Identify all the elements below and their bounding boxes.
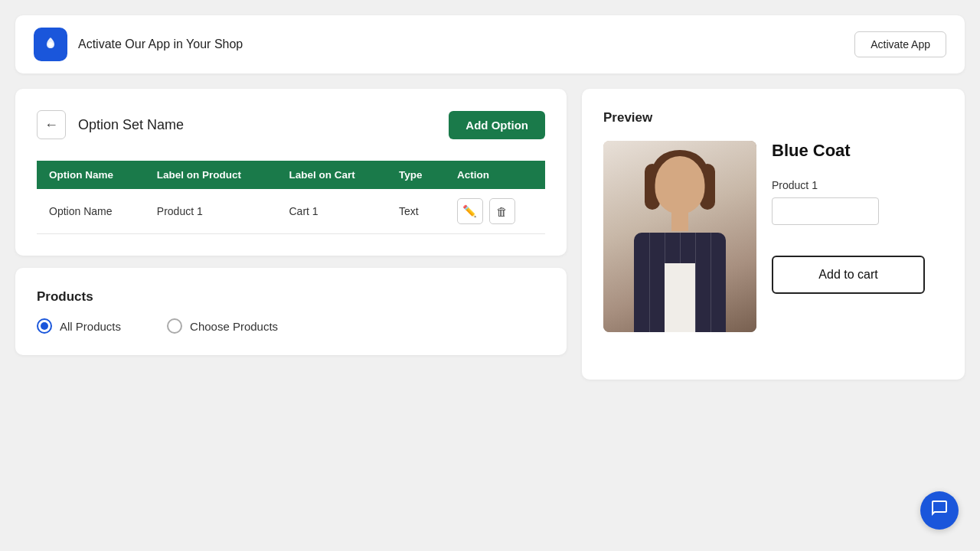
choose-products-label: Choose Products bbox=[190, 320, 278, 333]
col-option-name: Option Name bbox=[37, 161, 145, 189]
cell-type: Text bbox=[387, 189, 445, 234]
option-set-title: Option Set Name bbox=[78, 117, 184, 133]
preview-title: Preview bbox=[603, 110, 943, 126]
products-section-title: Products bbox=[37, 289, 545, 305]
product-option-input[interactable] bbox=[772, 197, 879, 225]
add-to-cart-button[interactable]: Add to cart bbox=[772, 256, 925, 294]
col-label-cart: Label on Cart bbox=[276, 161, 387, 189]
svg-point-0 bbox=[48, 42, 53, 47]
col-label-product: Label on Product bbox=[145, 161, 277, 189]
options-table: Option Name Label on Product Label on Ca… bbox=[37, 161, 545, 234]
option-set-card: ← Option Set Name Add Option Option Name… bbox=[15, 89, 567, 256]
person-neck bbox=[671, 208, 688, 231]
product-name: Blue Coat bbox=[772, 141, 943, 161]
chat-bubble[interactable] bbox=[920, 491, 959, 530]
back-arrow-icon: ← bbox=[44, 117, 58, 133]
action-icons: ✏️ 🗑 bbox=[457, 198, 533, 224]
main-layout: ← Option Set Name Add Option Option Name… bbox=[15, 89, 965, 380]
left-panel: ← Option Set Name Add Option Option Name… bbox=[15, 89, 567, 355]
table-body: Option Name Product 1 Cart 1 Text ✏️ 🗑 bbox=[37, 189, 545, 234]
cell-action: ✏️ 🗑 bbox=[445, 189, 545, 234]
products-card: Products All Products Choose Products bbox=[15, 268, 567, 355]
preview-panel: Preview bbox=[582, 89, 965, 380]
person-shirt bbox=[665, 263, 695, 332]
table-row: Option Name Product 1 Cart 1 Text ✏️ 🗑 bbox=[37, 189, 545, 234]
products-radio-group: All Products Choose Products bbox=[37, 318, 545, 334]
preview-content: Blue Coat Product 1 Add to cart bbox=[603, 141, 943, 332]
delete-button[interactable]: 🗑 bbox=[489, 198, 515, 224]
all-products-label: All Products bbox=[60, 320, 121, 333]
photo-background bbox=[603, 141, 756, 332]
person-head bbox=[655, 156, 705, 214]
all-products-radio-inner bbox=[41, 322, 48, 330]
header-left: ← Option Set Name bbox=[37, 110, 184, 139]
choose-products-radio-outer[interactable] bbox=[167, 318, 182, 334]
back-button[interactable]: ← bbox=[37, 110, 66, 139]
all-products-option[interactable]: All Products bbox=[37, 318, 121, 334]
all-products-radio-outer[interactable] bbox=[37, 318, 52, 334]
preview-details: Blue Coat Product 1 Add to cart bbox=[772, 141, 943, 294]
cell-label-product: Product 1 bbox=[145, 189, 277, 234]
jacket-stripe-4 bbox=[695, 233, 696, 332]
person-body bbox=[634, 233, 726, 332]
add-option-button[interactable]: Add Option bbox=[449, 111, 545, 139]
activate-app-button[interactable]: Activate App bbox=[854, 31, 946, 57]
trash-icon: 🗑 bbox=[496, 205, 508, 218]
app-icon bbox=[34, 28, 67, 61]
banner-left: Activate Our App in Your Shop bbox=[34, 28, 243, 61]
cell-option-name: Option Name bbox=[37, 189, 145, 234]
table-header: Option Name Label on Product Label on Ca… bbox=[37, 161, 545, 189]
banner-title: Activate Our App in Your Shop bbox=[78, 37, 243, 51]
jacket-stripe-1 bbox=[649, 233, 650, 332]
col-action: Action bbox=[445, 161, 545, 189]
edit-icon: ✏️ bbox=[462, 204, 477, 218]
product-option-label: Product 1 bbox=[772, 179, 943, 191]
top-banner: Activate Our App in Your Shop Activate A… bbox=[15, 15, 965, 73]
choose-products-option[interactable]: Choose Products bbox=[167, 318, 278, 334]
jacket-stripe-5 bbox=[710, 233, 711, 332]
chat-icon bbox=[930, 499, 949, 522]
col-type: Type bbox=[387, 161, 445, 189]
cell-label-cart: Cart 1 bbox=[276, 189, 387, 234]
option-set-header: ← Option Set Name Add Option bbox=[37, 110, 545, 139]
edit-button[interactable]: ✏️ bbox=[457, 198, 483, 224]
product-image bbox=[603, 141, 756, 332]
